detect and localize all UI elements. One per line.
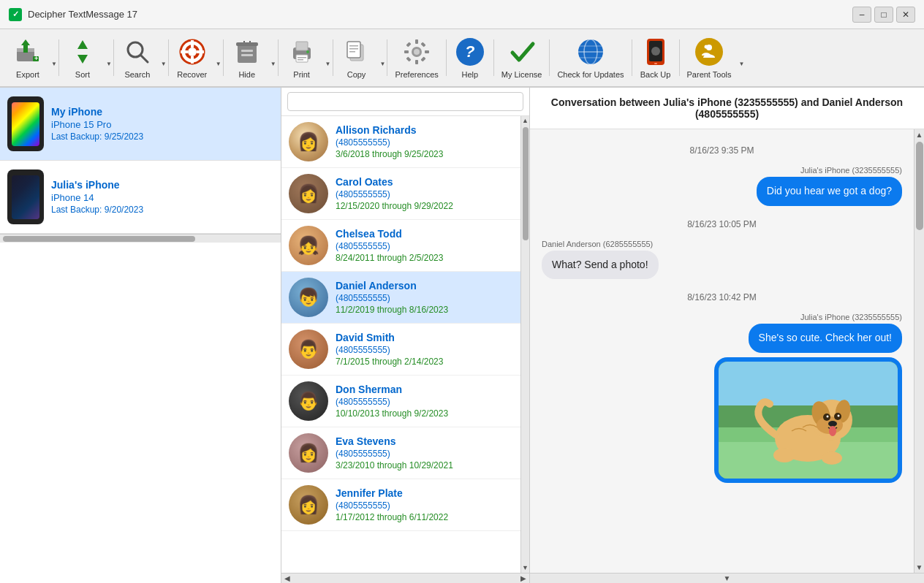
preferences-icon bbox=[401, 37, 432, 67]
preferences-label: Preferences bbox=[395, 70, 438, 79]
dog-image bbox=[719, 362, 898, 479]
search-arrow[interactable]: ▼ bbox=[161, 61, 167, 67]
divider-7 bbox=[387, 39, 387, 76]
recover-arrow[interactable]: ▼ bbox=[216, 61, 221, 67]
contacts-left-arrow[interactable]: ◀ bbox=[284, 574, 290, 582]
check-updates-label: Check for Updates bbox=[557, 70, 624, 79]
back-up-label: Back Up bbox=[640, 70, 671, 79]
recover-tool-group: Recover ▼ bbox=[170, 32, 221, 83]
export-tool-group: + Export ▼ bbox=[6, 32, 57, 83]
svg-text:+: + bbox=[34, 55, 38, 62]
svg-point-68 bbox=[829, 426, 836, 436]
export-button[interactable]: + Export bbox=[6, 32, 50, 83]
conversation-header: Conversation between Julia's iPhone (323… bbox=[530, 88, 924, 129]
device-screen-julias-iphone bbox=[12, 175, 39, 219]
search-tool-group: Search ▼ bbox=[116, 32, 167, 83]
svg-rect-39 bbox=[406, 42, 412, 47]
copy-icon bbox=[341, 37, 372, 67]
timestamp-1: 8/16/23 9:35 PM bbox=[542, 145, 902, 156]
timestamp-2: 8/16/23 10:05 PM bbox=[542, 219, 902, 229]
close-button[interactable]: ✕ bbox=[896, 7, 915, 23]
export-arrow[interactable]: ▼ bbox=[51, 61, 57, 67]
copy-button[interactable]: Copy bbox=[335, 32, 379, 83]
contact-info-carol: Carol Oates (4805555555) 12/15/2020 thro… bbox=[336, 176, 513, 211]
contacts-right-arrow[interactable]: ▶ bbox=[520, 574, 526, 582]
svg-rect-25 bbox=[298, 57, 306, 58]
contact-search-input[interactable] bbox=[287, 92, 523, 111]
svg-rect-38 bbox=[425, 50, 429, 53]
contact-info-chelsea: Chelsea Todd (4805555555) 8/24/2011 thro… bbox=[336, 228, 513, 263]
back-up-button[interactable]: Back Up bbox=[634, 32, 678, 83]
contact-info-eva: Eva Stevens (4805555555) 3/23/2010 throu… bbox=[336, 435, 513, 470]
hide-arrow[interactable]: ▼ bbox=[270, 61, 276, 67]
devices-h-scrollbar[interactable] bbox=[0, 234, 281, 243]
svg-point-65 bbox=[827, 415, 829, 417]
check-updates-button[interactable]: Check for Updates bbox=[551, 32, 629, 83]
conv-scroll-thumb bbox=[916, 142, 923, 230]
conversation-v-scrollbar[interactable]: ▲ ▼ bbox=[914, 129, 924, 573]
device-item-julias-iphone[interactable]: Julia's iPhone iPhone 14 Last Backup: 9/… bbox=[0, 161, 281, 234]
help-label: Help bbox=[461, 70, 478, 79]
contact-item-david[interactable]: 👨 David Smith (4805555555) 7/1/2015 thro… bbox=[281, 324, 520, 376]
message-row-2: Daniel Anderson (6285555555) What? Send … bbox=[542, 240, 902, 280]
contact-item-don[interactable]: 👨 Don Sherman (4805555555) 10/10/2013 th… bbox=[281, 376, 520, 427]
conversation-body: 8/16/23 9:35 PM Julia's iPhone (32355555… bbox=[530, 129, 914, 573]
parent-tools-group: Parent Tools ▼ bbox=[681, 32, 745, 83]
toolbar: + Export ▼ Sort ▼ bbox=[0, 29, 924, 88]
contact-avatar-eva: 👩 bbox=[289, 433, 328, 473]
parent-tools-arrow[interactable]: ▼ bbox=[738, 61, 744, 67]
device-backup-julias-iphone: Last Backup: 9/20/2023 bbox=[51, 205, 143, 215]
svg-point-11 bbox=[188, 47, 197, 56]
conv-scroll-up[interactable]: ▲ bbox=[916, 131, 923, 139]
maximize-button[interactable]: □ bbox=[874, 7, 893, 23]
sort-arrow[interactable]: ▼ bbox=[106, 61, 112, 67]
contact-phone-jennifer: (4805555555) bbox=[336, 500, 513, 511]
devices-h-thumb bbox=[3, 236, 195, 242]
my-license-button[interactable]: My License bbox=[496, 32, 548, 83]
hide-button[interactable]: Hide bbox=[225, 32, 269, 83]
contact-phone-david: (4805555555) bbox=[336, 345, 513, 355]
updates-icon bbox=[575, 37, 606, 67]
contact-name-chelsea: Chelsea Todd bbox=[336, 228, 513, 240]
contacts-v-scrollbar[interactable]: ▲ ▼ bbox=[520, 116, 529, 573]
print-button[interactable]: Print bbox=[280, 32, 324, 83]
conv-scroll-down[interactable]: ▼ bbox=[916, 563, 923, 571]
contact-info-jennifer: Jennifer Plate (4805555555) 1/17/2012 th… bbox=[336, 487, 513, 522]
bubble-1: Did you hear we got a dog? bbox=[757, 177, 902, 206]
svg-point-50 bbox=[651, 47, 660, 56]
parent-tools-button[interactable]: Parent Tools bbox=[681, 32, 738, 83]
contact-dates-daniel: 11/2/2019 through 8/16/2023 bbox=[336, 305, 513, 315]
bubble-3: She's so cute. Check her out! bbox=[749, 324, 902, 353]
copy-arrow[interactable]: ▼ bbox=[380, 61, 386, 67]
bubble-wrap-3a: She's so cute. Check her out! bbox=[542, 324, 902, 353]
help-button[interactable]: ? Help bbox=[448, 32, 492, 83]
contact-phone-daniel: (4805555555) bbox=[336, 293, 513, 303]
contact-item-allison[interactable]: 👩 Allison Richards (4805555555) 3/6/2018… bbox=[281, 116, 520, 168]
sender-label-2: Daniel Anderson (6285555555) bbox=[542, 240, 902, 248]
device-name-my-iphone: My iPhone bbox=[51, 106, 143, 118]
contact-dates-eva: 3/23/2010 through 10/29/2021 bbox=[336, 460, 513, 470]
contact-item-chelsea[interactable]: 👧 Chelsea Todd (4805555555) 8/24/2011 th… bbox=[281, 220, 520, 272]
conv-bottom-arrow[interactable]: ▼ bbox=[724, 574, 731, 582]
contact-item-daniel[interactable]: 👦 Daniel Anderson (4805555555) 11/2/2019… bbox=[281, 272, 520, 324]
contact-name-carol: Carol Oates bbox=[336, 176, 513, 188]
devices-panel: My iPhone iPhone 15 Pro Last Backup: 9/2… bbox=[0, 88, 281, 583]
divider-2 bbox=[113, 39, 114, 76]
recover-button[interactable]: Recover bbox=[170, 32, 214, 83]
my-license-label: My License bbox=[501, 70, 542, 79]
print-arrow[interactable]: ▼ bbox=[325, 61, 331, 67]
device-item-my-iphone[interactable]: My iPhone iPhone 15 Pro Last Backup: 9/2… bbox=[0, 88, 281, 161]
contact-item-jennifer[interactable]: 👩 Jennifer Plate (4805555555) 1/17/2012 … bbox=[281, 479, 520, 531]
app-title: Decipher TextMessage 17 bbox=[28, 9, 137, 20]
search-button[interactable]: Search bbox=[116, 32, 159, 83]
contact-item-carol[interactable]: 👩 Carol Oates (4805555555) 12/15/2020 th… bbox=[281, 168, 520, 220]
device-model-julias-iphone: iPhone 14 bbox=[51, 192, 143, 203]
contact-dates-jennifer: 1/17/2012 through 6/11/2022 bbox=[336, 512, 513, 522]
preferences-button[interactable]: Preferences bbox=[389, 32, 444, 83]
export-label: Export bbox=[16, 70, 39, 79]
sort-button[interactable]: Sort bbox=[61, 32, 105, 83]
search-icon bbox=[122, 37, 153, 67]
minimize-button[interactable]: – bbox=[852, 7, 871, 23]
contact-item-eva[interactable]: 👩 Eva Stevens (4805555555) 3/23/2010 thr… bbox=[281, 427, 520, 479]
dog-image-bubble[interactable] bbox=[714, 357, 902, 483]
